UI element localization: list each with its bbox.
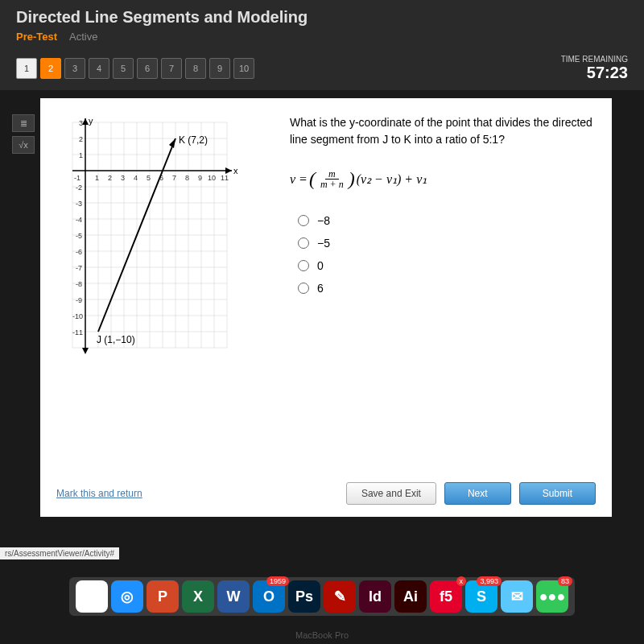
svg-text:-6: -6 bbox=[76, 248, 82, 256]
macos-dock: ◉◎PXWO1959Ps✎IdAif5xS3,993✉●●●83 bbox=[69, 577, 575, 616]
qnum-4[interactable]: 4 bbox=[89, 58, 109, 79]
save-exit-button[interactable]: Save and Exit bbox=[346, 482, 436, 505]
dock-icon-powerpoint[interactable]: P bbox=[147, 580, 179, 613]
svg-text:J (1,−10): J (1,−10) bbox=[97, 334, 135, 345]
svg-text:-4: -4 bbox=[76, 216, 82, 224]
svg-text:-2: -2 bbox=[76, 184, 82, 192]
dock-icon-messages[interactable]: ●●●83 bbox=[536, 580, 568, 613]
svg-text:7: 7 bbox=[172, 174, 176, 182]
svg-text:K (7,2): K (7,2) bbox=[179, 134, 208, 146]
svg-text:3: 3 bbox=[79, 119, 83, 127]
svg-text:-5: -5 bbox=[76, 232, 82, 240]
dock-icon-photoshop[interactable]: Ps bbox=[288, 580, 320, 613]
dock-icon-skype[interactable]: S3,993 bbox=[465, 580, 497, 613]
dock-icon-chrome[interactable]: ◉ bbox=[76, 580, 108, 613]
dock-icon-mail[interactable]: ✉ bbox=[501, 580, 533, 613]
qnum-2[interactable]: 2 bbox=[40, 58, 61, 79]
tab-pretest[interactable]: Pre-Test bbox=[16, 31, 57, 43]
coordinate-graph: y x 321 -112 345 678 91011 -2-3-4 -5-6-7… bbox=[56, 114, 250, 356]
dock-icon-illustrator[interactable]: Ai bbox=[394, 580, 427, 613]
tab-active[interactable]: Active bbox=[69, 31, 97, 43]
question-text: What is the y-coordinate of the point th… bbox=[290, 114, 596, 148]
radio-icon bbox=[298, 237, 309, 249]
svg-text:-7: -7 bbox=[76, 264, 82, 272]
svg-marker-61 bbox=[169, 138, 175, 148]
qnum-3[interactable]: 3 bbox=[64, 58, 85, 79]
svg-marker-31 bbox=[82, 118, 89, 125]
svg-marker-32 bbox=[82, 348, 89, 354]
qnum-5[interactable]: 5 bbox=[113, 58, 134, 79]
svg-text:11: 11 bbox=[221, 174, 229, 182]
page-title: Directed Line Segments and Modeling bbox=[16, 8, 628, 27]
option-d[interactable]: 6 bbox=[298, 282, 596, 295]
answer-options: −8 −5 0 6 bbox=[298, 214, 596, 295]
svg-text:10: 10 bbox=[208, 174, 216, 182]
dock-icon-f5[interactable]: f5x bbox=[430, 580, 462, 613]
svg-text:-9: -9 bbox=[76, 296, 82, 304]
next-button[interactable]: Next bbox=[444, 482, 511, 505]
content-area: ≣ √x bbox=[40, 98, 612, 517]
option-b[interactable]: −5 bbox=[298, 237, 596, 250]
dock-icon-word[interactable]: W bbox=[217, 580, 250, 613]
time-remaining: TIME REMAINING 57:23 bbox=[561, 55, 628, 82]
qnum-10[interactable]: 10 bbox=[233, 58, 254, 79]
qnum-1[interactable]: 1 bbox=[16, 58, 37, 79]
submit-button[interactable]: Submit bbox=[519, 482, 596, 505]
formula-den: m + n bbox=[317, 180, 347, 189]
time-label: TIME REMAINING bbox=[561, 55, 628, 64]
svg-text:8: 8 bbox=[185, 174, 189, 182]
dock-icon-acrobat[interactable]: ✎ bbox=[324, 580, 356, 613]
time-value: 57:23 bbox=[561, 64, 628, 82]
qnum-6[interactable]: 6 bbox=[137, 58, 158, 79]
url-tooltip: rs/AssessmentViewer/Activity# bbox=[0, 547, 119, 559]
svg-text:5: 5 bbox=[147, 174, 151, 182]
badge: 3,993 bbox=[477, 576, 502, 586]
option-text: −8 bbox=[317, 214, 330, 227]
dock-icon-indesign[interactable]: Id bbox=[359, 580, 391, 613]
mark-return-link[interactable]: Mark this and return bbox=[56, 488, 142, 499]
badge: 83 bbox=[558, 576, 572, 586]
formula-rest: (v₂ − v₁) + v₁ bbox=[357, 171, 427, 187]
svg-text:2: 2 bbox=[79, 135, 83, 143]
formula-lhs: v = bbox=[290, 172, 308, 187]
tool-list-icon[interactable]: ≣ bbox=[12, 114, 35, 132]
option-a[interactable]: −8 bbox=[298, 214, 596, 227]
dock-icon-outlook[interactable]: O1959 bbox=[253, 580, 285, 613]
svg-text:-10: -10 bbox=[72, 312, 83, 320]
graph-panel: y x 321 -112 345 678 91011 -2-3-4 -5-6-7… bbox=[56, 114, 266, 501]
laptop-label: MacBook Pro bbox=[0, 630, 644, 640]
dock-icon-safari[interactable]: ◎ bbox=[111, 580, 143, 613]
svg-text:x: x bbox=[233, 166, 238, 175]
svg-text:-1: -1 bbox=[74, 174, 80, 182]
qnum-7[interactable]: 7 bbox=[161, 58, 182, 79]
badge: 1959 bbox=[266, 576, 289, 586]
radio-icon bbox=[298, 260, 309, 271]
svg-text:9: 9 bbox=[198, 174, 202, 182]
svg-text:2: 2 bbox=[108, 174, 112, 182]
svg-text:1: 1 bbox=[95, 174, 99, 182]
option-text: −5 bbox=[317, 237, 330, 250]
qnum-9[interactable]: 9 bbox=[209, 58, 230, 79]
badge: x bbox=[456, 576, 467, 586]
formula: v = ( m m + n ) (v₂ − v₁) + v₁ bbox=[290, 168, 596, 190]
option-c[interactable]: 0 bbox=[298, 259, 596, 272]
qnum-8[interactable]: 8 bbox=[185, 58, 206, 79]
svg-text:-11: -11 bbox=[72, 328, 83, 336]
question-nav: 1 2 3 4 5 6 7 8 9 10 bbox=[16, 58, 254, 79]
svg-text:4: 4 bbox=[134, 174, 138, 182]
svg-marker-29 bbox=[225, 167, 232, 174]
radio-icon bbox=[298, 283, 309, 294]
dock-icon-excel[interactable]: X bbox=[182, 580, 214, 613]
svg-text:3: 3 bbox=[121, 174, 125, 182]
svg-text:-8: -8 bbox=[76, 280, 82, 288]
radio-icon bbox=[298, 215, 309, 226]
option-text: 6 bbox=[317, 282, 324, 295]
svg-text:-3: -3 bbox=[76, 200, 82, 208]
tool-sqrt-icon[interactable]: √x bbox=[12, 136, 35, 154]
svg-text:y: y bbox=[89, 116, 93, 126]
svg-text:1: 1 bbox=[79, 151, 83, 159]
option-text: 0 bbox=[317, 259, 324, 272]
